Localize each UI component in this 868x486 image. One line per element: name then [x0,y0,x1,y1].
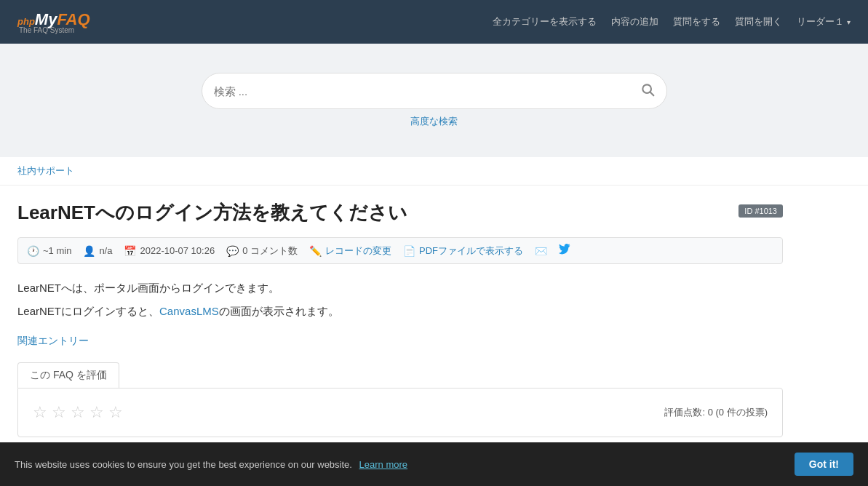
nav-open-question[interactable]: 質問を開く [735,15,782,28]
star-4[interactable]: ☆ [89,403,104,422]
main-content: LearNETへのログイン方法を教えてください ID #1013 🕐 ~1 mi… [0,186,800,452]
pdf-link[interactable]: PDFファイルで表示する [419,244,523,258]
pdf-icon: 📄 [403,245,415,257]
search-icon[interactable] [640,82,655,100]
nav-add-content[interactable]: 内容の追加 [611,15,658,28]
logo-area: phpMyFAQ The FAQ System [17,10,90,34]
logo-php-text: php [17,16,35,27]
clock-icon: 🕐 [27,245,39,257]
breadcrumb-area: 社内サポート [0,157,868,186]
search-box [202,73,667,109]
logo-myfaq-text: MyFAQ [35,10,90,28]
advanced-search-link[interactable]: 高度な検索 [410,115,458,128]
rating-count: 評価点数: 0 (0 件の投票) [664,406,768,419]
meta-author: 👤 n/a [83,245,112,257]
nav-user-menu[interactable]: リーダー１ ▾ [797,15,851,28]
article-body-line2: LearNETにログインすると、CanvasLMSの画面が表示されます。 [17,302,783,321]
star-rating[interactable]: ☆ ☆ ☆ ☆ ☆ [33,403,123,422]
edit-icon: ✏️ [309,245,322,257]
meta-time: 🕐 ~1 min [27,245,71,257]
meta-bar: 🕐 ~1 min 👤 n/a 📅 2022-10-07 10:26 💬 0 コメ… [17,237,783,264]
nav-show-all-categories[interactable]: 全カテゴリーを表示する [493,15,597,28]
svg-line-1 [650,92,653,95]
article-header: LearNETへのログイン方法を教えてください ID #1013 [17,200,783,226]
main-nav: 全カテゴリーを表示する 内容の追加 質問をする 質問を開く リーダー１ ▾ [493,15,851,28]
cookie-banner: This website uses cookies to ensure you … [0,442,868,452]
meta-record: ✏️ レコードの変更 [309,244,391,258]
meta-twitter-action [559,244,570,258]
meta-email-action: ✉️ [535,245,547,257]
star-1[interactable]: ☆ [33,403,47,422]
article-title: LearNETへのログイン方法を教えてください [17,200,407,226]
rating-tab[interactable]: この FAQ を評価 [17,362,119,388]
rating-area: ☆ ☆ ☆ ☆ ☆ 評価点数: 0 (0 件の投票) [17,388,783,437]
nav-user-chevron-icon: ▾ [847,18,851,26]
star-3[interactable]: ☆ [71,403,85,422]
calendar-icon: 📅 [124,245,136,257]
meta-pdf: 📄 PDFファイルで表示する [403,244,523,258]
article-id-badge: ID #1013 [738,204,783,218]
header: phpMyFAQ The FAQ System 全カテゴリーを表示する 内容の追… [0,0,868,44]
search-input[interactable] [214,85,640,97]
search-area: 高度な検索 [0,44,868,157]
article-body: LearNETへは、ポータル画面からログインできます。 LearNETにログイン… [17,279,783,320]
related-entries-link[interactable]: 関連エントリー [17,335,783,348]
meta-comments: 💬 0 コメント数 [226,244,298,258]
star-2[interactable]: ☆ [52,403,66,422]
logo: phpMyFAQ The FAQ System [17,10,90,34]
record-change-link[interactable]: レコードの変更 [325,244,391,258]
canvas-lms-link[interactable]: CanvasLMS [159,305,219,317]
breadcrumb[interactable]: 社内サポート [17,165,74,176]
article-body-line1: LearNETへは、ポータル画面からログインできます。 [17,279,783,298]
comment-icon: 💬 [226,245,239,257]
meta-date: 📅 2022-10-07 10:26 [124,245,215,257]
star-5[interactable]: ☆ [108,403,123,422]
person-icon: 👤 [83,245,95,257]
nav-ask-question[interactable]: 質問をする [673,15,720,28]
email-icon[interactable]: ✉️ [535,245,547,257]
twitter-icon[interactable] [559,244,570,258]
